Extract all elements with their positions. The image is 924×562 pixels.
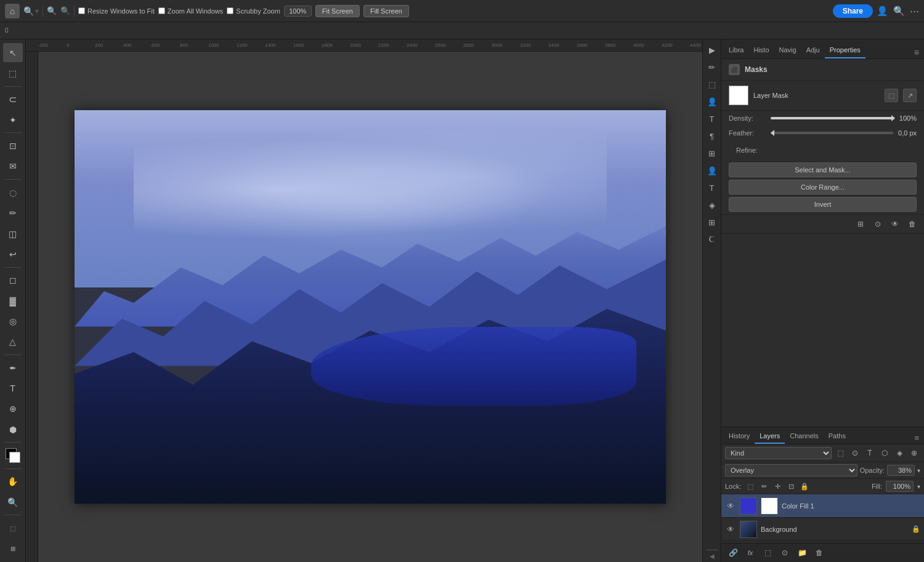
search-icon[interactable]: 🔍 bbox=[23, 6, 34, 16]
marquee-tool[interactable]: ⬚ bbox=[3, 63, 23, 82]
crop-tool[interactable]: ⊡ bbox=[3, 136, 23, 155]
move-tool[interactable]: ↖ bbox=[3, 43, 23, 62]
opacity-value[interactable]: 38% bbox=[887, 465, 915, 476]
extra-tool-2[interactable]: ⊞ bbox=[3, 539, 23, 558]
share-button[interactable]: Share bbox=[833, 4, 873, 18]
layers-panel-menu[interactable]: ≡ bbox=[912, 432, 922, 444]
select-and-mask-button[interactable]: Select and Mask... bbox=[729, 163, 917, 177]
home-icon[interactable]: ⌂ bbox=[5, 4, 20, 18]
mask-paint-icon[interactable]: ⊙ bbox=[871, 217, 885, 231]
mask-apply-icon[interactable]: ⬚ bbox=[885, 89, 898, 102]
lock-all-icon[interactable]: 🔒 bbox=[799, 481, 810, 492]
scrubby-zoom-checkbox[interactable]: Scrubby Zoom bbox=[227, 7, 280, 15]
brush-tool[interactable]: ✏ bbox=[3, 203, 23, 222]
feather-slider[interactable] bbox=[771, 132, 893, 134]
brush-mini-icon[interactable]: ✏ bbox=[704, 59, 720, 75]
magic-wand-tool[interactable]: ✦ bbox=[3, 110, 23, 129]
background-color[interactable] bbox=[9, 452, 20, 463]
tab-layers[interactable]: Layers bbox=[755, 430, 785, 444]
layer-filter-adjustment[interactable]: ⊙ bbox=[849, 447, 861, 459]
mask-delete-icon[interactable]: 🗑 bbox=[906, 217, 919, 231]
layer-link-icon[interactable]: 🔗 bbox=[726, 546, 740, 560]
resize-windows-checkbox[interactable]: Resize Windows to Fit bbox=[78, 7, 155, 15]
lock-artboard-icon[interactable]: ⊡ bbox=[785, 481, 796, 492]
person-mini-icon[interactable]: 👤 bbox=[704, 94, 720, 110]
tab-history[interactable]: History bbox=[724, 430, 755, 444]
eraser-tool[interactable]: ◻ bbox=[3, 271, 23, 290]
mask-thumbnail[interactable] bbox=[729, 86, 748, 105]
opacity-arrow[interactable]: ▾ bbox=[917, 467, 920, 474]
mask-link-icon[interactable]: ⊞ bbox=[854, 217, 867, 231]
layer-mask-add-icon[interactable]: ⬚ bbox=[761, 546, 774, 560]
user-icon[interactable]: 👤 bbox=[877, 6, 888, 17]
fill-arrow[interactable]: ▾ bbox=[917, 483, 920, 490]
blur-tool[interactable]: ◎ bbox=[3, 311, 23, 331]
zoom-out-icon[interactable]: 🔍 bbox=[60, 6, 70, 15]
density-slider-thumb[interactable] bbox=[891, 115, 895, 121]
blend-mode-select[interactable]: Overlay bbox=[725, 464, 857, 476]
group-mini-icon[interactable]: ⊞ bbox=[704, 145, 720, 161]
gradient-tool[interactable]: ▓ bbox=[3, 291, 23, 310]
layer-filter-type[interactable]: T bbox=[864, 447, 876, 459]
layer-adjustment-add-icon[interactable]: ⊙ bbox=[778, 546, 792, 560]
layers-kind-select[interactable]: Kind bbox=[725, 447, 832, 459]
zoom-all-checkbox[interactable]: Zoom All Windows bbox=[158, 7, 223, 15]
tab-paths[interactable]: Paths bbox=[824, 430, 851, 444]
eyedropper-tool[interactable]: ✉ bbox=[3, 157, 23, 176]
play-icon[interactable]: ▶ bbox=[704, 42, 720, 58]
text-mini-icon[interactable]: T bbox=[704, 111, 720, 127]
hand-tool[interactable]: ✋ bbox=[3, 472, 23, 491]
lasso-tool[interactable]: ⊂ bbox=[3, 90, 23, 109]
layer-visibility-color-fill[interactable]: 👁 bbox=[725, 500, 736, 512]
panel-menu-icon[interactable]: ≡ bbox=[912, 46, 922, 58]
type-tool[interactable]: T bbox=[3, 379, 23, 398]
canvas-content[interactable] bbox=[38, 52, 702, 562]
tab-properties[interactable]: Properties bbox=[825, 44, 865, 58]
color-range-button[interactable]: Color Range... bbox=[729, 180, 917, 195]
mask-options-icon[interactable]: ↗ bbox=[903, 89, 917, 102]
pen-tool[interactable]: ✒ bbox=[3, 358, 23, 377]
text2-mini-icon[interactable]: T bbox=[704, 180, 720, 196]
layer-filter-smart[interactable]: ◈ bbox=[893, 447, 906, 459]
color-pair[interactable] bbox=[3, 446, 23, 465]
tab-navigator[interactable]: Navig bbox=[774, 44, 801, 58]
search-right-icon[interactable]: 🔍 bbox=[893, 6, 905, 17]
layer-item-background[interactable]: 👁 Background 🔒 bbox=[721, 518, 924, 541]
layer-filter-shape[interactable]: ⬡ bbox=[878, 447, 891, 459]
zoom-level-display[interactable]: 100% bbox=[284, 6, 312, 17]
tab-libraries[interactable]: Libra bbox=[724, 44, 748, 58]
paragraph-mini-icon[interactable]: ¶ bbox=[704, 128, 720, 144]
density-slider[interactable] bbox=[771, 117, 894, 119]
zoom-tool[interactable]: 🔍 bbox=[3, 492, 23, 512]
type-mini-icon[interactable]: Ꞇ bbox=[704, 231, 720, 247]
lock-position-icon[interactable]: ✛ bbox=[772, 481, 783, 492]
feather-slider-thumb[interactable] bbox=[771, 130, 774, 136]
fit-screen-button[interactable]: Fit Screen bbox=[315, 5, 360, 17]
zoom-in-icon[interactable]: 🔍 bbox=[47, 6, 57, 15]
layer-delete-icon[interactable]: 🗑 bbox=[813, 546, 826, 560]
layers-mini-icon[interactable]: ⬚ bbox=[704, 76, 720, 92]
shape-tool[interactable]: ⬢ bbox=[3, 420, 23, 439]
history-brush-tool[interactable]: ↩ bbox=[3, 244, 23, 263]
person2-mini-icon[interactable]: 👤 bbox=[704, 163, 720, 179]
clone-tool[interactable]: ◫ bbox=[3, 224, 23, 243]
path-selection-tool[interactable]: ⊕ bbox=[3, 399, 23, 419]
layer-filter-toggle[interactable]: ⊕ bbox=[908, 447, 920, 459]
tab-adjustments[interactable]: Adju bbox=[801, 44, 825, 58]
fill-value[interactable]: 100% bbox=[886, 481, 914, 492]
invert-button[interactable]: Invert bbox=[729, 197, 917, 212]
extra-tool-1[interactable]: ⬚ bbox=[3, 518, 23, 537]
layer-item-color-fill[interactable]: 👁 Color Fill 1 bbox=[721, 494, 924, 518]
tab-channels[interactable]: Channels bbox=[785, 430, 823, 444]
layer-group-icon[interactable]: 📁 bbox=[795, 546, 809, 560]
layer-fx-icon[interactable]: fx bbox=[744, 546, 757, 560]
layer-filter-pixel[interactable]: ⬚ bbox=[834, 447, 846, 459]
canvas-image[interactable] bbox=[75, 110, 666, 504]
tab-histogram[interactable]: Histo bbox=[748, 44, 774, 58]
grid-mini-icon[interactable]: ⊞ bbox=[704, 214, 720, 230]
lock-pixels-icon[interactable]: ✏ bbox=[758, 481, 769, 492]
healing-tool[interactable]: ◌ bbox=[3, 183, 23, 202]
more-icon[interactable]: ⋯ bbox=[910, 6, 919, 17]
3d-mini-icon[interactable]: ◈ bbox=[704, 197, 720, 213]
dodge-tool[interactable]: △ bbox=[3, 332, 23, 351]
